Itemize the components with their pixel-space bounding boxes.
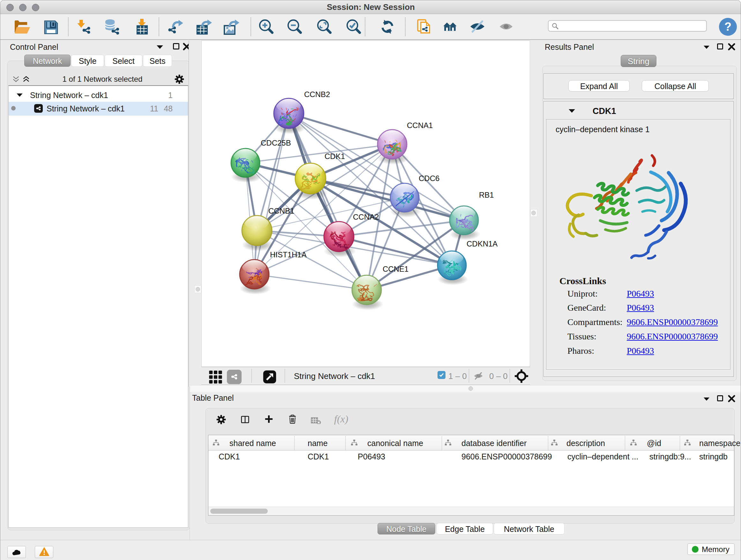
svg-text:CCNB1: CCNB1 bbox=[268, 206, 294, 215]
svg-text:CDK1: CDK1 bbox=[325, 152, 345, 161]
svg-text:HIST1H1A: HIST1H1A bbox=[270, 250, 307, 259]
svg-text:CDC25B: CDC25B bbox=[261, 138, 291, 147]
svg-text:CCNA1: CCNA1 bbox=[407, 121, 433, 130]
svg-text:CDC6: CDC6 bbox=[419, 174, 440, 183]
svg-text:RB1: RB1 bbox=[479, 191, 494, 199]
svg-text:CCNA2: CCNA2 bbox=[353, 212, 379, 221]
svg-text:CDKN1A: CDKN1A bbox=[467, 240, 497, 248]
svg-text:CCNE1: CCNE1 bbox=[383, 265, 408, 273]
svg-text:CCNB2: CCNB2 bbox=[304, 90, 330, 99]
